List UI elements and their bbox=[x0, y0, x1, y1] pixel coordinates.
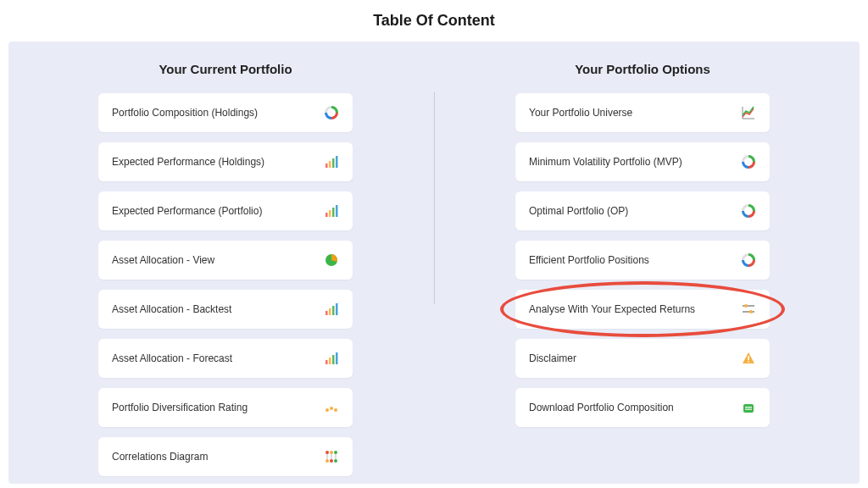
svg-rect-7 bbox=[332, 208, 335, 217]
sliders-icon bbox=[741, 302, 756, 317]
left-heading: Your Current Portfolio bbox=[159, 62, 292, 76]
svg-rect-11 bbox=[329, 308, 331, 315]
line-chart-icon bbox=[741, 105, 756, 120]
svg-point-18 bbox=[326, 408, 329, 412]
svg-point-29 bbox=[334, 459, 337, 463]
network-dots-icon bbox=[324, 449, 339, 464]
toc-item-label: Optimal Portfolio (OP) bbox=[529, 205, 628, 217]
bars-rising-icon bbox=[324, 351, 339, 366]
download-green-icon bbox=[741, 400, 756, 415]
bars-rising-icon bbox=[324, 154, 339, 169]
toc-item[interactable]: Optimal Portfolio (OP) bbox=[515, 191, 770, 230]
svg-point-27 bbox=[330, 459, 333, 463]
toc-item-label: Expected Performance (Portfolio) bbox=[112, 205, 262, 217]
toc-item[interactable]: Asset Allocation - Backtest bbox=[98, 290, 353, 329]
toc-item[interactable]: Portfolio Composition (Holdings) bbox=[98, 93, 353, 132]
svg-rect-4 bbox=[336, 156, 338, 168]
toc-item-label: Download Portfolio Composition bbox=[529, 402, 674, 413]
svg-rect-14 bbox=[326, 360, 328, 364]
toc-item-label: Asset Allocation - Forecast bbox=[112, 352, 232, 364]
svg-rect-8 bbox=[336, 205, 338, 217]
pie-green-icon bbox=[324, 252, 339, 268]
toc-item-label: Asset Allocation - View bbox=[112, 254, 214, 266]
svg-point-28 bbox=[334, 451, 337, 454]
toc-item[interactable]: Download Portfolio Composition bbox=[515, 388, 770, 427]
toc-item-label: Efficient Portfolio Positions bbox=[529, 254, 649, 266]
left-column: Your Current Portfolio Portfolio Composi… bbox=[42, 62, 409, 486]
svg-rect-38 bbox=[748, 361, 749, 363]
svg-rect-5 bbox=[326, 213, 328, 217]
svg-rect-10 bbox=[326, 311, 328, 315]
toc-item[interactable]: Expected Performance (Holdings) bbox=[98, 142, 353, 181]
donut-chart-icon bbox=[741, 154, 756, 169]
toc-item-label: Portfolio Diversification Rating bbox=[112, 402, 248, 413]
svg-point-20 bbox=[334, 408, 337, 412]
toc-item[interactable]: Asset Allocation - Forecast bbox=[98, 339, 353, 378]
bars-rising-icon bbox=[324, 203, 339, 219]
svg-rect-15 bbox=[329, 358, 331, 364]
dots-yellow-icon bbox=[324, 400, 339, 415]
bars-rising-icon bbox=[324, 302, 339, 317]
toc-item-label: Expected Performance (Holdings) bbox=[112, 156, 264, 168]
toc-item-label: Asset Allocation - Backtest bbox=[112, 303, 231, 315]
svg-rect-39 bbox=[743, 404, 754, 413]
svg-rect-41 bbox=[745, 409, 752, 410]
svg-rect-12 bbox=[332, 306, 335, 315]
svg-point-25 bbox=[326, 459, 329, 463]
svg-point-35 bbox=[744, 304, 748, 308]
toc-item-label: Portfolio Composition (Holdings) bbox=[112, 107, 258, 119]
page-title: Table Of Content bbox=[0, 0, 868, 42]
toc-item[interactable]: Portfolio Diversification Rating bbox=[98, 388, 353, 427]
toc-item-label: Analyse With Your Expected Returns bbox=[529, 303, 695, 315]
toc-item-label: Correlations Diagram bbox=[112, 451, 208, 463]
toc-item[interactable]: Your Portfolio Universe bbox=[515, 93, 770, 132]
donut-chart-icon bbox=[741, 252, 756, 268]
toc-item[interactable]: Analyse With Your Expected Returns bbox=[515, 290, 770, 329]
toc-item[interactable]: Expected Performance (Portfolio) bbox=[98, 191, 353, 230]
svg-point-36 bbox=[749, 310, 753, 313]
donut-chart-icon bbox=[741, 203, 756, 219]
svg-rect-16 bbox=[332, 355, 335, 364]
svg-rect-40 bbox=[745, 407, 752, 408]
svg-point-26 bbox=[330, 451, 333, 454]
svg-rect-3 bbox=[332, 158, 335, 168]
svg-rect-2 bbox=[329, 161, 331, 168]
right-column: Your Portfolio Options Your Portfolio Un… bbox=[459, 62, 826, 486]
svg-rect-6 bbox=[329, 210, 331, 217]
toc-item-label: Disclaimer bbox=[529, 352, 576, 364]
donut-chart-icon bbox=[324, 105, 339, 120]
toc-item[interactable]: Asset Allocation - View bbox=[98, 241, 353, 280]
svg-point-19 bbox=[330, 407, 333, 410]
svg-rect-13 bbox=[336, 303, 338, 315]
svg-rect-17 bbox=[336, 352, 338, 364]
svg-rect-1 bbox=[326, 164, 328, 168]
warning-icon bbox=[741, 351, 756, 366]
toc-item[interactable]: Efficient Portfolio Positions bbox=[515, 241, 770, 280]
toc-item[interactable]: Disclaimer bbox=[515, 339, 770, 378]
toc-item[interactable]: Minimum Volatility Portfolio (MVP) bbox=[515, 142, 770, 181]
svg-rect-37 bbox=[748, 356, 749, 360]
toc-item-label: Minimum Volatility Portfolio (MVP) bbox=[529, 156, 682, 168]
right-heading: Your Portfolio Options bbox=[575, 62, 710, 76]
svg-point-24 bbox=[326, 451, 329, 454]
toc-item[interactable]: Correlations Diagram bbox=[98, 437, 353, 476]
toc-item-label: Your Portfolio Universe bbox=[529, 107, 632, 119]
toc-panel: Your Current Portfolio Portfolio Composi… bbox=[8, 42, 860, 484]
